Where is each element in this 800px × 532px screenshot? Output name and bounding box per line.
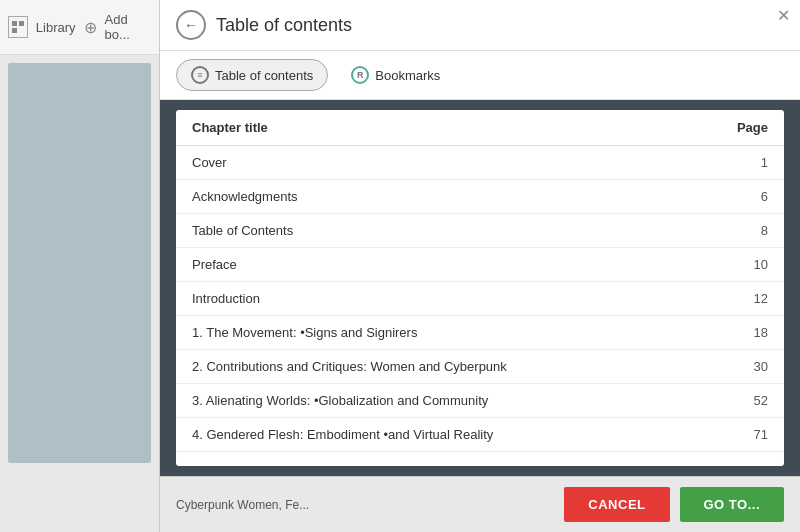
tab-bookmarks[interactable]: R Bookmarks [336,59,455,91]
svg-rect-2 [12,28,17,33]
page-number-cell: 8 [690,214,784,248]
table-row[interactable]: Table of Contents8 [176,214,784,248]
footer-actions: CANCEL GO TO... [564,487,784,522]
chapter-title-cell: 3. Alienating Worlds: •Globalization and… [176,384,690,418]
table-row[interactable]: Preface10 [176,248,784,282]
goto-button[interactable]: GO TO... [680,487,785,522]
app-header: Library ⊕ Add bo... [0,0,159,55]
table-row[interactable]: Introduction12 [176,282,784,316]
modal-title: Table of contents [216,15,352,36]
app-background: Library ⊕ Add bo... [0,0,160,532]
chapter-title-cell: Table of Contents [176,214,690,248]
chapter-title-cell: Preface [176,248,690,282]
add-book-label: Add bo... [105,12,151,42]
page-number-cell: 71 [690,418,784,452]
tabs-bar: ≡ Table of contents R Bookmarks [160,51,800,100]
page-number-cell: 30 [690,350,784,384]
svg-rect-0 [12,21,17,26]
page-number-cell: 6 [690,180,784,214]
chapter-title-cell: 2. Contributions and Critiques: Women an… [176,350,690,384]
chapter-title-cell: Introduction [176,282,690,316]
toc-tab-label: Table of contents [215,68,313,83]
chapter-title-cell: Cover [176,146,690,180]
table-row[interactable]: 2. Contributions and Critiques: Women an… [176,350,784,384]
chapter-title-cell: 4. Gendered Flesh: Embodiment •and Virtu… [176,418,690,452]
library-label[interactable]: Library [36,20,76,35]
page-number-cell: 18 [690,316,784,350]
table-row[interactable]: Acknowledgments6 [176,180,784,214]
table-row[interactable]: 3. Alienating Worlds: •Globalization and… [176,384,784,418]
page-col-header: Page [690,110,784,146]
table-row[interactable]: 4. Gendered Flesh: Embodiment •and Virtu… [176,418,784,452]
toc-tab-icon: ≡ [191,66,209,84]
page-number-cell: 52 [690,384,784,418]
toc-table-wrapper[interactable]: Chapter title Page Cover1Acknowledgments… [176,110,784,466]
cancel-button[interactable]: CANCEL [564,487,669,522]
close-icon: ✕ [777,7,790,24]
chapter-title-cell: Acknowledgments [176,180,690,214]
modal-body: Chapter title Page Cover1Acknowledgments… [160,100,800,476]
add-book-icon: ⊕ [84,18,97,37]
modal-footer: Cyberpunk Women, Fe... CANCEL GO TO... [160,476,800,532]
book-title-label: Cyberpunk Women, Fe... [176,498,309,512]
page-number-cell: 12 [690,282,784,316]
toc-table: Chapter title Page Cover1Acknowledgments… [176,110,784,452]
page-number-cell: 10 [690,248,784,282]
modal-overlay: ← Table of contents ✕ ≡ Table of content… [160,0,800,532]
back-button[interactable]: ← [176,10,206,40]
table-row[interactable]: 1. The Movement: •Signs and Signirers18 [176,316,784,350]
book-cover-thumbnail [8,63,151,463]
bookmarks-tab-icon: R [351,66,369,84]
chapter-col-header: Chapter title [176,110,690,146]
bookmarks-tab-label: Bookmarks [375,68,440,83]
page-number-cell: 1 [690,146,784,180]
close-button[interactable]: ✕ [777,8,790,24]
back-icon: ← [184,17,198,33]
tab-table-of-contents[interactable]: ≡ Table of contents [176,59,328,91]
chapter-title-cell: 1. The Movement: •Signs and Signirers [176,316,690,350]
svg-rect-1 [19,21,24,26]
table-row[interactable]: Cover1 [176,146,784,180]
modal-header: ← Table of contents ✕ [160,0,800,51]
app-icon [8,16,28,38]
